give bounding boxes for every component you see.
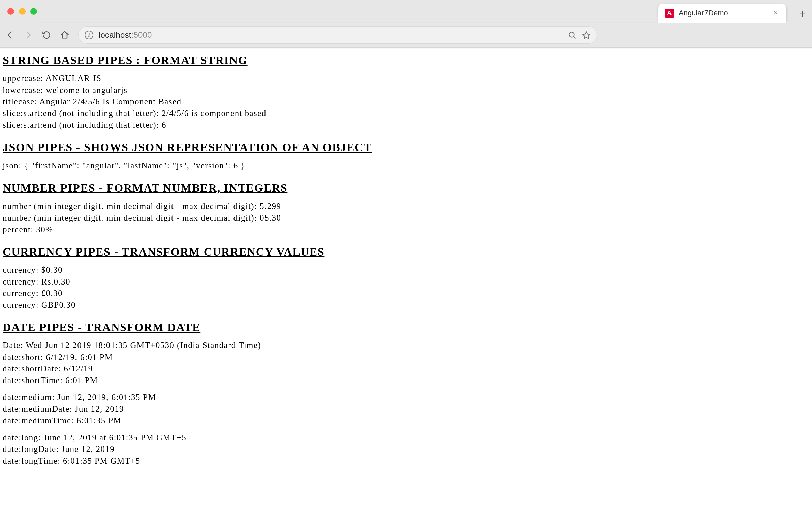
- line-percent: percent: 30%: [3, 224, 809, 235]
- line-date-medium: date:medium: Jun 12, 2019, 6:01:35 PM: [3, 392, 809, 403]
- date-block-medium: date:medium: Jun 12, 2019, 6:01:35 PM da…: [3, 392, 809, 426]
- svg-line-1: [574, 37, 576, 39]
- line-date-mediumtime: date:mediumTime: 6:01:35 PM: [3, 415, 809, 426]
- tab-strip: [41, 0, 658, 23]
- heading-number-pipes: NUMBER PIPES - FORMAT NUMBER, INTEGERS: [3, 180, 809, 195]
- home-button[interactable]: [60, 30, 69, 40]
- line-slice-2: slice:start:end (not including that lett…: [3, 120, 809, 131]
- line-currency-usd: currency: $0.30: [3, 265, 809, 276]
- window-close-button[interactable]: [8, 8, 14, 15]
- zoom-icon[interactable]: [568, 31, 577, 40]
- url-host: localhost: [99, 30, 131, 40]
- back-button[interactable]: [5, 30, 15, 40]
- line-lowercase: lowercase: welcome to angularjs: [3, 85, 809, 96]
- line-currency-gbp-code: currency: GBP0.30: [3, 300, 809, 311]
- page-content: STRING BASED PIPES : FORMAT STRING upper…: [0, 49, 812, 486]
- number-pipes-block: number (min integer digit. min decimal d…: [3, 201, 809, 235]
- browser-toolbar: i localhost:5000: [0, 23, 812, 47]
- line-date-mediumdate: date:mediumDate: Jun 12, 2019: [3, 404, 809, 415]
- heading-currency-pipes: CURRENCY PIPES - TRANSFORM CURRENCY VALU…: [3, 245, 809, 259]
- window-zoom-button[interactable]: [30, 8, 37, 15]
- window-minimize-button[interactable]: [19, 8, 26, 15]
- forward-button[interactable]: [24, 30, 33, 40]
- line-number-1: number (min integer digit. min decimal d…: [3, 201, 809, 212]
- tab-close-button[interactable]: ×: [773, 10, 778, 17]
- line-number-2: number (min integer digit. min decimal d…: [3, 212, 809, 224]
- reload-button[interactable]: [42, 30, 51, 40]
- line-date-longdate: date:longDate: June 12, 2019: [3, 444, 809, 455]
- line-date-shorttime: date:shortTime: 6:01 PM: [3, 375, 809, 386]
- json-pipes-block: json: { "firstName": "angular", "lastNam…: [3, 160, 809, 172]
- line-uppercase: uppercase: ANGULAR JS: [3, 73, 809, 84]
- line-json: json: { "firstName": "angular", "lastNam…: [3, 160, 809, 172]
- url-port: :5000: [131, 30, 152, 40]
- tab-title: Angular7Demo: [679, 9, 769, 17]
- line-slice-1: slice:start:end (not including that lett…: [3, 108, 809, 119]
- date-block-default-short: Date: Wed Jun 12 2019 18:01:35 GMT+0530 …: [3, 340, 809, 386]
- line-date-raw: Date: Wed Jun 12 2019 18:01:35 GMT+0530 …: [3, 340, 809, 351]
- new-tab-button[interactable]: +: [793, 8, 812, 20]
- heading-date-pipes: DATE PIPES - TRANSFORM DATE: [3, 320, 809, 335]
- angular-icon: A: [665, 9, 674, 17]
- line-date-short: date:short: 6/12/19, 6:01 PM: [3, 352, 809, 363]
- url-text: localhost:5000: [99, 30, 562, 40]
- line-currency-rs: currency: Rs.0.30: [3, 277, 809, 287]
- tab-bar: A Angular7Demo × +: [0, 0, 812, 23]
- line-date-longtime: date:longTime: 6:01:35 PM GMT+5: [3, 456, 809, 467]
- site-info-icon[interactable]: i: [85, 31, 93, 40]
- currency-pipes-block: currency: $0.30 currency: Rs.0.30 curren…: [3, 265, 809, 310]
- line-titlecase: titlecase: Angular 2/4/5/6 Is Component …: [3, 96, 809, 107]
- line-date-long: date:long: June 12, 2019 at 6:01:35 PM G…: [3, 432, 809, 443]
- bookmark-star-icon[interactable]: [582, 31, 591, 40]
- heading-string-pipes: STRING BASED PIPES : FORMAT STRING: [3, 53, 809, 68]
- heading-json-pipes: JSON PIPES - SHOWS JSON REPRESENTATION O…: [3, 140, 809, 155]
- window-controls: [8, 8, 37, 15]
- browser-tab-active[interactable]: A Angular7Demo ×: [658, 4, 786, 23]
- date-block-long: date:long: June 12, 2019 at 6:01:35 PM G…: [3, 432, 809, 467]
- string-pipes-block: uppercase: ANGULAR JS lowercase: welcome…: [3, 73, 809, 131]
- line-currency-gbp-symbol: currency: £0.30: [3, 288, 809, 299]
- browser-chrome: A Angular7Demo × + i localhost:5000: [0, 0, 812, 47]
- line-date-shortdate: date:shortDate: 6/12/19: [3, 363, 809, 374]
- address-bar[interactable]: i localhost:5000: [78, 26, 597, 44]
- svg-marker-2: [582, 32, 590, 39]
